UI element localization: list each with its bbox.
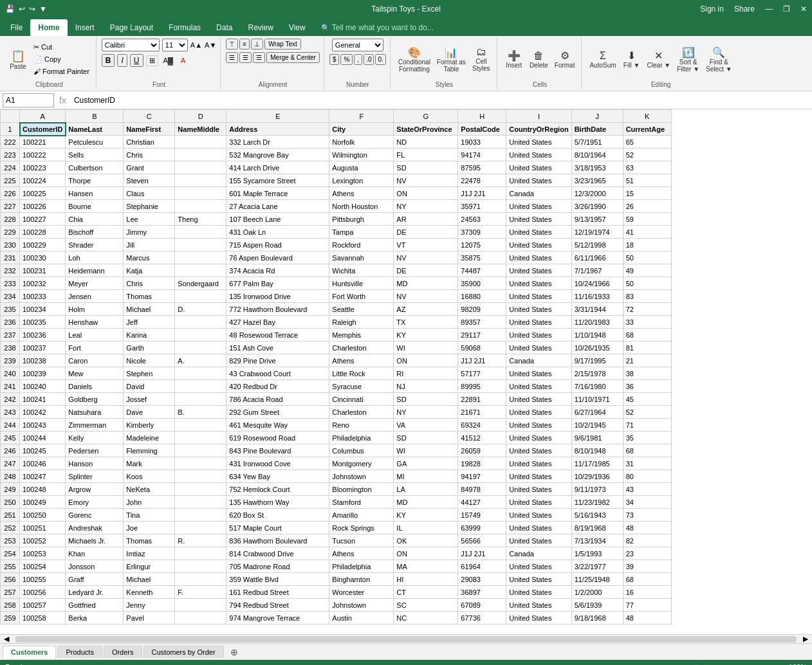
cell-g[interactable]: NY: [394, 200, 458, 213]
cell-c[interactable]: NameFirst: [124, 123, 175, 136]
cell-e[interactable]: 43 Crabwood Court: [226, 367, 329, 380]
cell-j[interactable]: 6/11/1966: [571, 251, 623, 264]
cell-f[interactable]: Cincinnati: [329, 393, 394, 406]
scroll-right-btn[interactable]: ▶: [799, 635, 812, 643]
cell-c[interactable]: Kimberly: [124, 419, 175, 432]
cell-j[interactable]: 10/2/1945: [571, 419, 623, 432]
cell-a[interactable]: 100236: [20, 329, 66, 342]
cell-b[interactable]: Heidemann: [66, 264, 124, 277]
cell-b[interactable]: Culbertson: [66, 161, 124, 174]
table-row[interactable]: 234100233JensenThomas135 Ironwood DriveF…: [1, 290, 672, 303]
cell-g[interactable]: MD: [394, 277, 458, 290]
cell-k[interactable]: 68: [623, 329, 671, 342]
cell-c[interactable]: Chris: [124, 149, 175, 161]
cell-c[interactable]: Jimmy: [124, 226, 175, 239]
cell-h[interactable]: 37309: [458, 226, 506, 239]
cell-c[interactable]: Christian: [124, 136, 175, 149]
cell-b[interactable]: Hansen: [66, 187, 124, 200]
cell-d[interactable]: [175, 560, 226, 573]
cell-k[interactable]: 50: [623, 277, 671, 290]
align-bottom-btn[interactable]: ⊥: [251, 39, 263, 50]
cell-d[interactable]: [175, 316, 226, 329]
cell-h[interactable]: 89357: [458, 316, 506, 329]
cell-h[interactable]: 19033: [458, 136, 506, 149]
cell-i[interactable]: United States: [506, 522, 571, 534]
wrap-text-btn[interactable]: Wrap Text: [264, 39, 301, 50]
cell-a[interactable]: 100250: [20, 509, 66, 522]
cell-e[interactable]: 715 Aspen Road: [226, 239, 329, 251]
autosum-btn[interactable]: Σ AutoSum: [587, 41, 618, 77]
cell-i[interactable]: United States: [506, 367, 571, 380]
cell-k[interactable]: 82: [623, 534, 671, 547]
cell-b[interactable]: Goldberg: [66, 393, 124, 406]
cell-b[interactable]: Natsuhara: [66, 406, 124, 419]
cell-a[interactable]: 100235: [20, 316, 66, 329]
cell-k[interactable]: 81: [623, 342, 671, 354]
cell-e[interactable]: 161 Redbud Street: [226, 586, 329, 599]
cell-a[interactable]: 100252: [20, 534, 66, 547]
decrease-decimal-btn[interactable]: 0.: [375, 54, 385, 65]
sheet-tab-products[interactable]: Products: [57, 646, 102, 658]
table-row[interactable]: 253100252Michaels Jr.ThomasR.836 Hawthor…: [1, 534, 672, 547]
cell-k[interactable]: 43: [623, 483, 671, 496]
cell-g[interactable]: NV: [394, 251, 458, 264]
cell-h[interactable]: J1J 2J1: [458, 547, 506, 560]
cell-e[interactable]: 155 Sycamore Street: [226, 174, 329, 187]
cell-e[interactable]: 829 Pine Drive: [226, 354, 329, 367]
table-row[interactable]: 257100256Ledyard Jr.KennethF.161 Redbud …: [1, 586, 672, 599]
cell-i[interactable]: United States: [506, 329, 571, 342]
table-row[interactable]: 256100255GraffMichael359 Wattle BlvdBing…: [1, 573, 672, 586]
cell-e[interactable]: 619 Rosewood Road: [226, 432, 329, 444]
col-header-g[interactable]: G: [394, 110, 458, 123]
cell-b[interactable]: Bischoff: [66, 226, 124, 239]
table-row[interactable]: 1CustomerIDNameLastNameFirstNameMiddleAd…: [1, 123, 672, 136]
cell-f[interactable]: Stamford: [329, 496, 394, 509]
cell-e[interactable]: 517 Maple Court: [226, 522, 329, 534]
cell-k[interactable]: 68: [623, 573, 671, 586]
cell-e[interactable]: 677 Palm Bay: [226, 277, 329, 290]
cell-d[interactable]: [175, 509, 226, 522]
table-row[interactable]: 235100234HolmMichaelD.772 Hawthorn Boule…: [1, 303, 672, 316]
cell-e[interactable]: 974 Mangrove Terrace: [226, 612, 329, 624]
cell-h[interactable]: 63999: [458, 522, 506, 534]
cell-b[interactable]: Leal: [66, 329, 124, 342]
cell-b[interactable]: Jonsson: [66, 560, 124, 573]
cell-j[interactable]: 3/26/1990: [571, 200, 623, 213]
col-header-e[interactable]: E: [226, 110, 329, 123]
cell-h[interactable]: 59068: [458, 342, 506, 354]
cell-j[interactable]: 7/13/1934: [571, 534, 623, 547]
cell-a[interactable]: 100240: [20, 380, 66, 393]
cell-a[interactable]: 100234: [20, 303, 66, 316]
page-break-view-btn[interactable]: ▤: [704, 663, 710, 666]
insert-cells-btn[interactable]: ➕ Insert: [503, 41, 526, 77]
format-cells-btn[interactable]: ⚙ Format: [552, 41, 578, 77]
comma-btn[interactable]: ,: [354, 54, 362, 65]
cell-k[interactable]: 26: [623, 200, 671, 213]
cell-a[interactable]: 100251: [20, 522, 66, 534]
tab-insert[interactable]: Insert: [68, 19, 102, 36]
table-row[interactable]: 231100230LohMarcus76 Aspen BoulevardSava…: [1, 251, 672, 264]
cell-g[interactable]: IL: [394, 522, 458, 534]
cell-f[interactable]: Johnstown: [329, 599, 394, 612]
align-center-btn[interactable]: ☰: [239, 52, 252, 63]
cell-a[interactable]: 100233: [20, 290, 66, 303]
cell-b[interactable]: Berka: [66, 612, 124, 624]
cell-f[interactable]: Norfolk: [329, 136, 394, 149]
bold-btn[interactable]: B: [102, 54, 115, 67]
cell-g[interactable]: NC: [394, 612, 458, 624]
cell-a[interactable]: 100243: [20, 419, 66, 432]
cell-i[interactable]: United States: [506, 380, 571, 393]
cell-g[interactable]: StateOrProvince: [394, 123, 458, 136]
italic-btn[interactable]: I: [117, 54, 127, 67]
zoom-slider[interactable]: ━━━━━●━━━━━: [725, 663, 775, 666]
cell-c[interactable]: Karina: [124, 329, 175, 342]
cell-g[interactable]: FL: [394, 149, 458, 161]
cell-k[interactable]: 80: [623, 470, 671, 483]
cell-h[interactable]: 56566: [458, 534, 506, 547]
cell-g[interactable]: NJ: [394, 380, 458, 393]
align-middle-btn[interactable]: ≡: [239, 39, 250, 50]
cell-k[interactable]: 83: [623, 290, 671, 303]
cell-e[interactable]: 431 Oak Ln: [226, 226, 329, 239]
cell-f[interactable]: Tampa: [329, 226, 394, 239]
cell-f[interactable]: Worcester: [329, 586, 394, 599]
